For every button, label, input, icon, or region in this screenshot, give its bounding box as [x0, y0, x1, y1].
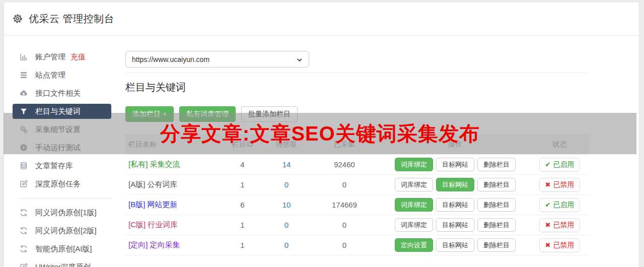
- sidebar-item-10[interactable]: 同义词伪原创[2版]: [4, 222, 125, 240]
- app-header: 优采云 管理控制台: [4, 2, 639, 36]
- table-header-cell: 栏目ID: [221, 140, 264, 149]
- table-row: [定向] 定向采集 1 0 0 定向设置目标网站删除栏目 ✖ 已禁用: [125, 235, 589, 255]
- private-thesaurus-button[interactable]: 私有词库管理: [179, 106, 236, 122]
- sidebar-item-12[interactable]: UWriter深度原创: [4, 258, 125, 267]
- sidebar-item-label: 接口文件相关: [35, 89, 81, 98]
- action-button[interactable]: 删除栏目: [477, 178, 516, 191]
- actions-cell: 词库绑定目标网站删除栏目: [380, 198, 531, 212]
- cloud-upload-icon: [19, 89, 28, 98]
- column-id-cell: 1: [221, 180, 264, 189]
- action-button[interactable]: 删除栏目: [477, 158, 516, 171]
- status-badge[interactable]: ✖ 已禁用: [539, 218, 581, 232]
- table-row: [B版] 网站更新 6 10 174669 词库绑定目标网站删除栏目 ✔ 已启用: [125, 195, 589, 215]
- action-button[interactable]: 词库绑定: [395, 198, 433, 212]
- sidebar-item-5[interactable]: 手动运行测试: [4, 139, 125, 157]
- recharge-link[interactable]: 充值: [70, 52, 86, 62]
- table-header-row: 栏目名称栏目ID待抓取已采集操作状态: [125, 134, 589, 155]
- action-button[interactable]: 删除栏目: [477, 218, 516, 232]
- pending-count-link[interactable]: 0: [284, 221, 289, 229]
- sidebar-item-9[interactable]: 同义词伪原创[1版]: [4, 204, 125, 222]
- sidebar: 账户管理 充值 站点管理 接口文件相关 栏目与关键词 采集细节设置 手动运行测试…: [4, 36, 125, 267]
- action-button[interactable]: 目标网站: [436, 238, 474, 252]
- sidebar-item-0[interactable]: 账户管理 充值: [4, 48, 125, 66]
- pending-count-link[interactable]: 10: [282, 201, 291, 209]
- sidebar-item-label: 栏目与关键词: [35, 107, 81, 116]
- collected-count-cell: 174669: [309, 201, 380, 209]
- status-badge[interactable]: ✖ 已禁用: [539, 178, 581, 192]
- add-column-button[interactable]: 添加栏目 +: [125, 106, 174, 122]
- batch-add-button[interactable]: 批量添加栏目: [241, 106, 298, 122]
- list-icon: [19, 71, 28, 80]
- toolbar: 添加栏目 + 私有词库管理 批量添加栏目: [125, 106, 588, 122]
- actions-cell: 词库绑定目标网站删除栏目: [380, 178, 531, 191]
- column-name-link[interactable]: [B版] 网站更新: [128, 200, 178, 209]
- table-header-cell: 栏目名称: [125, 140, 221, 149]
- site-select-value: https://www.ucaiyun.com: [132, 55, 209, 63]
- status-badge[interactable]: ✔ 已启用: [539, 198, 581, 212]
- table-row: [A版] 公有词库 1 0 0 词库绑定目标网站删除栏目 ✖ 已禁用: [125, 175, 589, 195]
- sidebar-item-7[interactable]: 深度原创任务: [4, 175, 125, 193]
- action-button[interactable]: 词库绑定: [395, 178, 433, 191]
- sync-icon: [19, 244, 28, 253]
- sidebar-item-label: UWriter深度原创: [35, 262, 91, 267]
- table-header-cell: 操作: [380, 140, 531, 149]
- sidebar-item-6[interactable]: 文章暂存库: [4, 157, 125, 175]
- action-button[interactable]: 目标网站: [436, 218, 474, 232]
- action-button[interactable]: 词库绑定: [395, 158, 433, 171]
- pending-count-link[interactable]: 14: [282, 160, 291, 169]
- sidebar-item-2[interactable]: 接口文件相关: [4, 84, 125, 102]
- sidebar-item-4[interactable]: 采集细节设置: [4, 120, 125, 139]
- gear-icon: [12, 13, 23, 24]
- action-button[interactable]: 目标网站: [436, 178, 474, 191]
- column-id-cell: 4: [221, 160, 264, 169]
- table-header-cell: 待抓取: [264, 140, 309, 149]
- column-name-link[interactable]: [私有] 采集交流: [128, 160, 180, 168]
- funnel-icon: [19, 107, 28, 116]
- action-button[interactable]: 删除栏目: [477, 198, 516, 212]
- action-button[interactable]: 定向设置: [395, 238, 433, 252]
- status-badge[interactable]: ✔ 已启用: [539, 158, 581, 172]
- column-id-cell: 1: [221, 221, 264, 229]
- sync-icon: [19, 208, 28, 217]
- sidebar-item-label: 同义词伪原创[1版]: [35, 208, 97, 218]
- sidebar-item-label: 文章暂存库: [35, 161, 73, 171]
- sidebar-item-label: 深度原创任务: [35, 179, 81, 189]
- bar-chart-icon: [19, 52, 28, 61]
- pending-count-link[interactable]: 0: [284, 241, 289, 249]
- main-card: 优采云 管理控制台 账户管理 充值 站点管理 接口文件相关 栏目与关键词 采集细…: [4, 2, 639, 267]
- site-select[interactable]: https://www.ucaiyun.com: [125, 51, 309, 68]
- collected-count-cell: 0: [309, 180, 380, 189]
- actions-cell: 定向设置目标网站删除栏目: [380, 238, 531, 252]
- action-button[interactable]: 目标网站: [436, 158, 474, 171]
- table-row: [私有] 采集交流 4 14 92460 词库绑定目标网站删除栏目 ✔ 已启用: [125, 155, 589, 175]
- sidebar-item-label: 账户管理: [35, 52, 65, 62]
- status-badge[interactable]: ✖ 已禁用: [539, 238, 581, 252]
- actions-cell: 词库绑定目标网站删除栏目: [380, 158, 531, 171]
- divider: [125, 73, 588, 73]
- sidebar-divider: [19, 198, 111, 198]
- sidebar-item-label: 站点管理: [35, 71, 65, 80]
- chevron-down-icon: [297, 56, 303, 62]
- database-icon: [19, 161, 28, 170]
- column-name-link[interactable]: [C版] 行业词库: [128, 220, 178, 229]
- action-button[interactable]: 词库绑定: [395, 218, 433, 232]
- page-title: 栏目与关键词: [125, 80, 588, 94]
- actions-cell: 词库绑定目标网站删除栏目: [380, 218, 531, 232]
- pending-count-link[interactable]: 0: [284, 180, 289, 189]
- play-icon: [19, 143, 28, 152]
- table-header-cell: 状态: [531, 140, 589, 149]
- column-id-cell: 1: [221, 241, 264, 249]
- table-header-cell: 已采集: [309, 140, 380, 149]
- edit-icon: [19, 179, 28, 188]
- column-name-link[interactable]: [A版] 公有词库: [128, 180, 178, 188]
- action-button[interactable]: 删除栏目: [477, 238, 516, 252]
- action-button[interactable]: 目标网站: [436, 198, 474, 212]
- column-name-link[interactable]: [定向] 定向采集: [128, 240, 180, 249]
- sidebar-item-label: 同义词伪原创[2版]: [35, 226, 97, 236]
- collected-count-cell: 0: [309, 241, 380, 249]
- sidebar-item-3[interactable]: 栏目与关键词: [13, 104, 111, 119]
- sidebar-item-11[interactable]: 智能伪原创[AI版]: [4, 240, 125, 258]
- columns-table: 栏目名称栏目ID待抓取已采集操作状态 [私有] 采集交流 4 14 92460 …: [125, 134, 589, 255]
- sidebar-item-label: 采集细节设置: [35, 125, 81, 135]
- sidebar-item-1[interactable]: 站点管理: [4, 66, 125, 84]
